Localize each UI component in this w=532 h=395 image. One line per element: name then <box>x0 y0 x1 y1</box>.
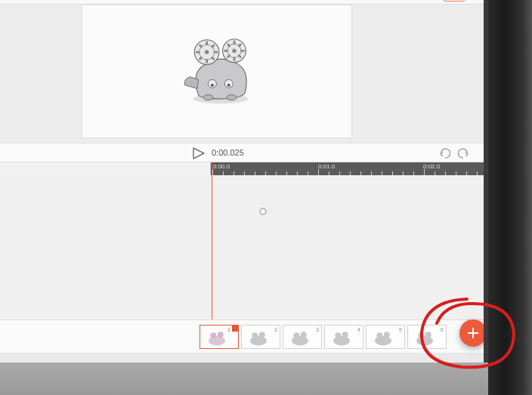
undo-button[interactable] <box>438 147 452 159</box>
ruler-tick <box>318 169 319 175</box>
svg-point-39 <box>333 336 350 346</box>
timeline-track-area[interactable] <box>0 175 484 319</box>
ruler-head <box>0 162 211 175</box>
svg-point-3 <box>205 50 209 54</box>
svg-point-46 <box>418 332 424 338</box>
svg-point-43 <box>376 332 382 338</box>
plus-icon <box>472 328 474 338</box>
frame-thumbnail-2[interactable]: 2 <box>241 325 280 349</box>
device-bezel <box>488 0 532 395</box>
svg-point-27 <box>203 94 213 100</box>
frame-number: 5 <box>399 327 402 332</box>
app-surface: 0:00.025 0:00.0 0:01.0 0:02.0 <box>0 0 484 363</box>
keyframe-marker[interactable] <box>259 208 267 215</box>
frame-thumbnail-4[interactable]: 4 <box>324 325 363 349</box>
svg-point-33 <box>250 336 267 346</box>
frame-number: 4 <box>357 327 360 332</box>
frame-thumbnail-1[interactable]: 1 <box>200 325 239 349</box>
svg-point-38 <box>301 332 307 338</box>
svg-point-47 <box>425 332 431 338</box>
svg-point-31 <box>210 332 216 338</box>
add-frame-button[interactable] <box>459 319 484 347</box>
svg-marker-29 <box>193 148 204 159</box>
svg-point-41 <box>342 332 348 338</box>
svg-point-32 <box>218 332 224 338</box>
redo-button[interactable] <box>456 147 470 159</box>
frame-thumbnail-6[interactable]: 6 <box>407 325 447 349</box>
svg-point-35 <box>259 332 265 338</box>
ruler-tick <box>212 169 213 175</box>
play-button[interactable] <box>191 147 206 160</box>
svg-point-44 <box>384 332 390 338</box>
playback-bar: 0:00.025 <box>0 143 484 162</box>
ruler-tick <box>424 169 425 175</box>
svg-point-28 <box>227 94 237 100</box>
svg-point-36 <box>292 336 308 346</box>
frame-number: 3 <box>316 327 319 332</box>
svg-point-40 <box>335 332 341 338</box>
device-frame: 0:00.025 0:00.0 0:01.0 0:02.0 <box>0 0 532 395</box>
timeline-ruler[interactable]: 0:00.0 0:01.0 0:02.0 <box>0 162 484 175</box>
svg-point-42 <box>375 336 391 346</box>
frame-thumbnail-5[interactable]: 5 <box>366 325 405 349</box>
playback-time: 0:00.025 <box>212 148 244 157</box>
svg-point-24 <box>211 84 214 87</box>
frame-number: 6 <box>441 327 444 332</box>
svg-point-30 <box>209 336 225 346</box>
frame-number: 2 <box>274 327 277 332</box>
ruler-mark-2: 0:02.0 <box>423 163 440 170</box>
svg-point-34 <box>252 332 258 338</box>
svg-point-14 <box>232 49 236 53</box>
drawing-canvas[interactable] <box>82 5 352 138</box>
frame-strip: 1 2 3 4 5 6 <box>0 319 484 353</box>
selected-indicator <box>232 326 238 332</box>
canvas-area <box>0 5 484 143</box>
ruler-mark-1: 0:01.0 <box>318 163 335 170</box>
ruler-mark-0: 0:00.0 <box>213 163 230 170</box>
svg-point-26 <box>227 84 230 87</box>
playhead[interactable] <box>212 162 212 319</box>
camera-character-drawing <box>177 30 261 106</box>
svg-point-37 <box>293 332 299 338</box>
surface-below <box>0 363 488 395</box>
svg-point-45 <box>416 336 433 346</box>
toolbar-button[interactable] <box>443 0 466 2</box>
frame-thumbnail-3[interactable]: 3 <box>283 325 322 349</box>
